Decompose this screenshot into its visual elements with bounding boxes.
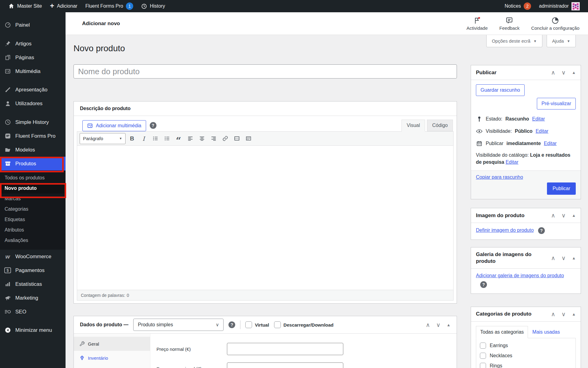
submenu-marcas[interactable]: Marcas (0, 194, 66, 204)
sidebar-item-apresentacao[interactable]: Apresentação (0, 83, 66, 97)
order-up-icon[interactable]: ∧ (551, 311, 555, 318)
align-right-button[interactable] (208, 133, 219, 144)
downloadable-checkbox-label[interactable]: Descarregar/Download (274, 321, 334, 328)
product-type-select[interactable]: Produto simples ∨ (133, 319, 224, 331)
product-categories-header[interactable]: Categorias de produto ∧ ∨ ▲ (471, 307, 581, 322)
product-type-help-icon[interactable]: ? (228, 321, 235, 328)
sidebar-item-utilizadores[interactable]: Utilizadores (0, 97, 66, 110)
sidebar-item-estatisticas[interactable]: Estatísticas (0, 277, 66, 291)
admin-bar-notices[interactable]: Notices 2 (501, 0, 535, 12)
admin-bar-account[interactable]: administrador (535, 0, 584, 12)
product-gallery-help-icon[interactable]: ? (480, 281, 487, 288)
copy-to-draft-link[interactable]: Copiar para rascunho (476, 174, 523, 180)
screen-options-button[interactable]: Opções deste ecrã ▼ (486, 35, 542, 47)
description-panel-header[interactable]: Descrição do produto (74, 102, 457, 116)
product-name-input[interactable] (74, 64, 457, 79)
toggle-panel-icon[interactable]: ▲ (572, 70, 576, 75)
align-center-button[interactable] (197, 133, 207, 144)
media-help-icon[interactable]: ? (150, 122, 156, 129)
submenu-todos-os-produtos[interactable]: Todos os produtos (0, 173, 66, 183)
bold-button[interactable]: B (127, 133, 137, 144)
order-down-icon[interactable]: ∨ (561, 255, 566, 262)
sidebar-item-artigos[interactable]: Artigos (0, 37, 66, 51)
submenu-avaliacoes[interactable]: Avaliações (0, 235, 66, 246)
earrings-checkbox[interactable] (480, 343, 486, 349)
numbered-list-button[interactable] (162, 133, 172, 144)
product-image-header[interactable]: Imagem do produto ∧ ∨ ▲ (471, 208, 581, 223)
sidebar-item-seo[interactable]: SEO (0, 305, 66, 319)
edit-visibility-link[interactable]: Editar (536, 128, 548, 134)
feedback-button[interactable]: Feedback (499, 17, 520, 31)
paragraph-select[interactable]: Parágrafo ▼ (80, 133, 126, 144)
order-down-icon[interactable]: ∨ (561, 311, 566, 318)
sidebar-item-woocommerce[interactable]: w WooCommerce (0, 250, 66, 263)
toggle-panel-icon[interactable]: ▲ (572, 312, 576, 316)
align-left-button[interactable] (185, 133, 195, 144)
sidebar-item-painel[interactable]: Painel (0, 18, 66, 32)
sidebar-item-marketing[interactable]: Marketing (0, 291, 66, 305)
sidebar-item-simple-history[interactable]: Simple History (0, 115, 66, 129)
preview-button[interactable]: Pré-visualizar (537, 98, 576, 109)
necklaces-checkbox[interactable] (480, 353, 486, 359)
product-image-help-icon[interactable]: ? (538, 227, 545, 234)
edit-status-link[interactable]: Editar (532, 116, 545, 122)
edit-catalog-link[interactable]: Editar (506, 159, 518, 165)
tab-code[interactable]: Código (427, 120, 453, 131)
order-up-icon[interactable]: ∧ (551, 69, 555, 76)
tab-visual[interactable]: Visual (401, 120, 425, 132)
sale-price-input[interactable] (227, 362, 343, 368)
submenu-atributos[interactable]: Atributos (0, 225, 66, 235)
admin-bar-history[interactable]: History (137, 0, 169, 12)
admin-bar-fluent-forms[interactable]: Fluent Forms Pro 1 (81, 0, 138, 12)
product-gallery-header[interactable]: Galeria de imagens do produto ∧ ∨ ▲ (471, 247, 581, 269)
regular-price-input[interactable] (227, 343, 343, 355)
set-product-image-link[interactable]: Definir imagem do produto (476, 228, 534, 233)
order-down-icon[interactable]: ∨ (561, 69, 566, 76)
sidebar-item-fluent-forms[interactable]: Fluent Forms Pro (0, 129, 66, 143)
toggle-panel-icon[interactable]: ▲ (447, 323, 450, 327)
category-item-necklaces[interactable]: Necklaces (480, 353, 572, 359)
sidebar-item-produtos[interactable]: Produtos (0, 157, 66, 171)
toggle-panel-icon[interactable]: ▲ (572, 213, 576, 218)
publish-button[interactable]: Publicar (547, 182, 576, 195)
category-item-earrings[interactable]: Earrings (480, 343, 572, 349)
virtual-checkbox[interactable] (245, 321, 252, 328)
sidebar-item-multimedia[interactable]: Multimédia (0, 64, 66, 78)
order-down-icon[interactable]: ∨ (436, 321, 440, 328)
sidebar-item-modelos[interactable]: Modelos (0, 143, 66, 157)
italic-button[interactable]: I (138, 133, 149, 144)
order-up-icon[interactable]: ∧ (426, 321, 430, 328)
save-draft-button[interactable]: Guardar rascunho (476, 84, 525, 96)
order-up-icon[interactable]: ∧ (551, 212, 555, 219)
tab-general[interactable]: Geral (74, 337, 150, 351)
more-tag-button[interactable] (232, 133, 242, 144)
tab-inventory[interactable]: Inventário (74, 351, 150, 365)
order-down-icon[interactable]: ∨ (561, 212, 566, 219)
tab-all-categories[interactable]: Todas as categorias (476, 326, 528, 338)
publish-panel-header[interactable]: Publicar ∧ ∨ ▲ (471, 65, 581, 80)
admin-bar-site[interactable]: Master Site (4, 0, 46, 12)
tab-most-used[interactable]: Mais usadas (528, 326, 564, 338)
toolbar-toggle-button[interactable] (243, 133, 254, 144)
editor-content[interactable] (77, 146, 453, 290)
sidebar-collapse[interactable]: Minimizar menu (0, 323, 66, 337)
blockquote-button[interactable]: “ (173, 133, 184, 144)
admin-bar-new[interactable]: + Adicionar (46, 0, 81, 12)
downloadable-checkbox[interactable] (274, 321, 281, 328)
toggle-panel-icon[interactable]: ▲ (572, 256, 576, 260)
submenu-novo-produto[interactable]: Novo produto (0, 183, 66, 194)
help-button[interactable]: Ajuda ▼ (547, 35, 576, 47)
category-item-rings[interactable]: Rings (480, 363, 572, 368)
link-button[interactable] (220, 133, 230, 144)
submenu-etiquetas[interactable]: Etiquetas (0, 214, 66, 225)
virtual-checkbox-label[interactable]: Virtual (245, 321, 269, 328)
add-media-button[interactable]: Adicionar multimédia (82, 120, 146, 131)
rings-checkbox[interactable] (480, 363, 486, 368)
finish-setup-button[interactable]: Concluir a configuração (531, 17, 579, 31)
submenu-categorias[interactable]: Categorias (0, 204, 66, 214)
sidebar-item-paginas[interactable]: Páginas (0, 51, 66, 64)
sidebar-item-pagamentos[interactable]: $ Pagamentos (0, 263, 66, 277)
order-up-icon[interactable]: ∧ (551, 255, 555, 262)
edit-schedule-link[interactable]: Editar (544, 141, 557, 146)
activity-button[interactable]: Actividade (466, 17, 488, 31)
